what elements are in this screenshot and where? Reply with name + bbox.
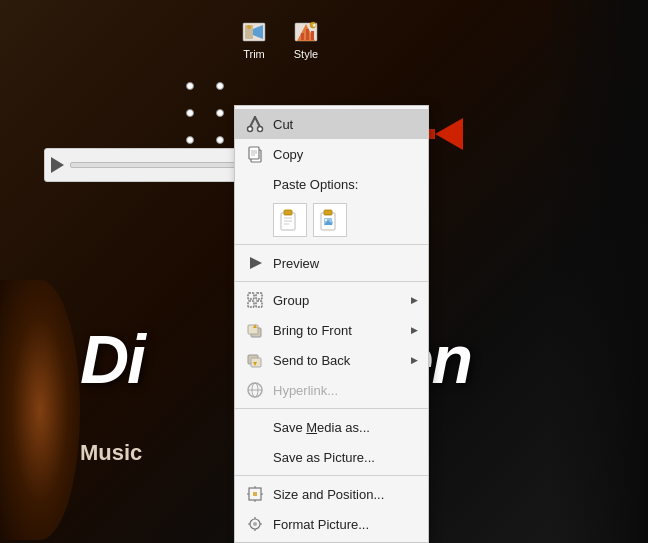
separator-4 xyxy=(235,475,428,476)
bring-to-front-submenu-arrow: ▶ xyxy=(411,325,418,335)
selection-handle-tl xyxy=(186,82,194,90)
menu-item-save-media[interactable]: Save Media as... xyxy=(235,412,428,442)
group-submenu-arrow: ▶ xyxy=(411,295,418,305)
svg-rect-31 xyxy=(248,293,254,299)
svg-point-13 xyxy=(248,127,253,132)
format-picture-label: Format Picture... xyxy=(273,517,418,532)
selection-handle-bl xyxy=(186,136,194,144)
video-player[interactable] xyxy=(44,148,244,182)
size-position-icon xyxy=(245,484,265,504)
svg-point-3 xyxy=(247,25,251,29)
ribbon-toolbar: Trim ★ Style xyxy=(230,14,330,64)
separator-3 xyxy=(235,408,428,409)
svg-marker-30 xyxy=(250,257,262,269)
preview-icon xyxy=(245,253,265,273)
save-media-icon xyxy=(245,417,265,437)
svg-rect-26 xyxy=(324,210,332,215)
bring-to-front-icon xyxy=(245,320,265,340)
send-to-back-submenu-arrow: ▶ xyxy=(411,355,418,365)
menu-item-send-to-back[interactable]: Send to Back ▶ xyxy=(235,345,428,375)
svg-rect-8 xyxy=(311,31,314,40)
svg-line-11 xyxy=(250,117,255,127)
paste-header-icon xyxy=(245,174,265,194)
progress-bar[interactable] xyxy=(70,162,237,168)
selection-handle-tc xyxy=(216,82,224,90)
svg-point-14 xyxy=(258,127,263,132)
separator-1 xyxy=(235,244,428,245)
arrow-head xyxy=(435,118,463,150)
size-position-label: Size and Position... xyxy=(273,487,418,502)
copy-label: Copy xyxy=(273,147,418,162)
svg-rect-32 xyxy=(256,293,262,299)
preview-label: Preview xyxy=(273,256,418,271)
svg-line-12 xyxy=(255,117,260,127)
send-to-back-label: Send to Back xyxy=(273,353,407,368)
svg-point-29 xyxy=(325,219,327,221)
menu-item-copy[interactable]: Copy xyxy=(235,139,428,169)
menu-item-cut[interactable]: Cut xyxy=(235,109,428,139)
selection-handle-ml xyxy=(186,109,194,117)
menu-item-paste-header: Paste Options: xyxy=(235,169,428,199)
save-media-label: Save Media as... xyxy=(273,420,418,435)
format-picture-icon xyxy=(245,514,265,534)
selection-handle-mr xyxy=(216,109,224,117)
style-icon: ★ xyxy=(292,18,320,46)
separator-2 xyxy=(235,281,428,282)
trim-button[interactable]: Trim xyxy=(230,14,278,64)
copy-icon xyxy=(245,144,265,164)
menu-item-preview[interactable]: Preview xyxy=(235,248,428,278)
paste-picture-button[interactable] xyxy=(313,203,347,237)
paste-options-row xyxy=(235,199,428,241)
group-label: Group xyxy=(273,293,407,308)
paste-default-button[interactable] xyxy=(273,203,307,237)
trim-icon xyxy=(240,18,268,46)
svg-rect-33 xyxy=(248,301,254,307)
hyperlink-label: Hyperlink... xyxy=(273,383,418,398)
bring-to-front-label: Bring to Front xyxy=(273,323,407,338)
send-to-back-icon xyxy=(245,350,265,370)
play-button[interactable] xyxy=(51,157,64,173)
slide-subtitle: Music xyxy=(80,440,142,466)
menu-item-size-position[interactable]: Size and Position... xyxy=(235,479,428,509)
menu-item-group[interactable]: Group ▶ xyxy=(235,285,428,315)
style-button[interactable]: ★ Style xyxy=(282,14,330,64)
trim-label: Trim xyxy=(243,48,265,60)
save-picture-icon xyxy=(245,447,265,467)
decorative-right xyxy=(548,0,648,543)
style-label: Style xyxy=(294,48,318,60)
cut-label: Cut xyxy=(273,117,418,132)
menu-item-bring-to-front[interactable]: Bring to Front ▶ xyxy=(235,315,428,345)
svg-point-55 xyxy=(253,522,257,526)
menu-item-save-picture[interactable]: Save as Picture... xyxy=(235,442,428,472)
context-menu: Cut Copy Paste Options: xyxy=(234,105,429,543)
svg-rect-21 xyxy=(284,210,292,215)
hyperlink-icon xyxy=(245,380,265,400)
svg-rect-36 xyxy=(248,325,258,334)
menu-item-format-picture[interactable]: Format Picture... xyxy=(235,509,428,539)
selection-handle-bc xyxy=(216,136,224,144)
svg-rect-34 xyxy=(256,301,262,307)
decorative-left xyxy=(0,280,80,540)
svg-rect-7 xyxy=(306,29,309,40)
menu-item-hyperlink[interactable]: Hyperlink... xyxy=(235,375,428,405)
paste-options-label: Paste Options: xyxy=(273,177,418,192)
svg-rect-6 xyxy=(301,33,304,40)
svg-rect-49 xyxy=(253,492,257,496)
group-icon xyxy=(245,290,265,310)
save-picture-label: Save as Picture... xyxy=(273,450,418,465)
cut-icon xyxy=(245,114,265,134)
